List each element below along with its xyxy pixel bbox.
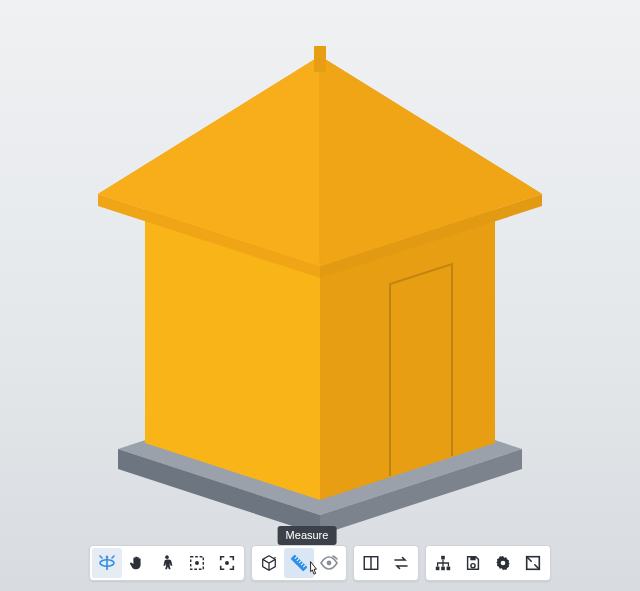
svg-rect-23	[470, 557, 475, 561]
view-cube-button[interactable]	[254, 548, 284, 578]
eye-icon	[319, 554, 339, 572]
svg-point-8	[225, 561, 229, 565]
visibility-button[interactable]	[314, 548, 344, 578]
save-button[interactable]	[458, 548, 488, 578]
settings-button[interactable]	[488, 548, 518, 578]
svg-rect-22	[447, 567, 451, 571]
swap-button[interactable]	[386, 548, 416, 578]
svg-point-25	[501, 561, 506, 566]
person-icon	[158, 554, 176, 572]
svg-point-5	[165, 555, 169, 559]
viewport-3d[interactable]: Measure	[0, 0, 640, 591]
measure-button[interactable]	[284, 548, 314, 578]
walk-button[interactable]	[152, 548, 182, 578]
tree-button[interactable]	[428, 548, 458, 578]
svg-point-16	[327, 561, 332, 566]
svg-rect-0	[314, 46, 326, 72]
pan-button[interactable]	[122, 548, 152, 578]
cube-icon	[260, 554, 278, 572]
split-view-button[interactable]	[356, 548, 386, 578]
focus-button[interactable]	[212, 548, 242, 578]
toolbar-group-sys	[425, 545, 551, 581]
save-icon	[464, 554, 482, 572]
svg-marker-4	[105, 555, 108, 557]
svg-rect-19	[441, 556, 445, 560]
svg-rect-20	[436, 567, 440, 571]
expand-icon	[524, 554, 542, 572]
svg-rect-21	[441, 567, 445, 571]
orbit-button[interactable]	[92, 548, 122, 578]
hand-icon	[128, 554, 146, 572]
ruler-icon	[289, 553, 309, 573]
toolbar	[89, 545, 551, 581]
svg-point-7	[195, 561, 199, 565]
orbit-icon	[97, 553, 117, 573]
toolbar-group-inspect	[251, 545, 347, 581]
model-house	[0, 20, 640, 591]
swap-icon	[391, 554, 411, 572]
svg-point-24	[471, 564, 475, 568]
tree-icon	[434, 554, 452, 572]
split-icon	[362, 554, 380, 572]
gear-icon	[494, 554, 512, 572]
fit-icon	[188, 554, 206, 572]
toolbar-group-view	[353, 545, 419, 581]
toolbar-group-nav	[89, 545, 245, 581]
focus-icon	[218, 554, 236, 572]
svg-marker-9	[274, 557, 276, 559]
fullscreen-button[interactable]	[518, 548, 548, 578]
fit-view-button[interactable]	[182, 548, 212, 578]
